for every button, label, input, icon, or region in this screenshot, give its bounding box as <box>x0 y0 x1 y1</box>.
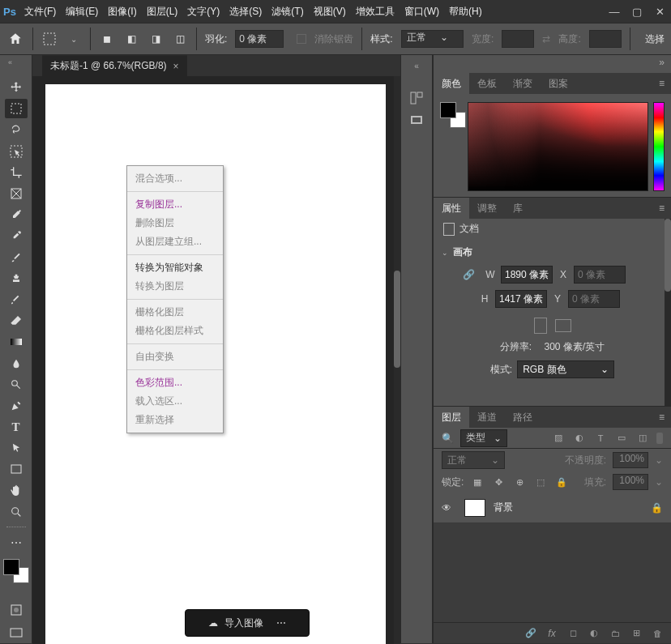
ctx-free-transform[interactable]: 自由变换 <box>127 348 223 366</box>
menu-select[interactable]: 选择(S) <box>224 2 267 20</box>
filter-shape-icon[interactable]: ▭ <box>614 431 629 446</box>
ctx-delete-layer[interactable]: 删除图层 <box>127 214 223 232</box>
ctx-rasterize-layer[interactable]: 栅格化图层 <box>127 303 223 322</box>
lock-fill-icon[interactable]: ⬚ <box>533 475 548 489</box>
panel-menu-icon[interactable]: ≡ <box>652 412 671 423</box>
props-scrollbar[interactable] <box>665 219 671 406</box>
landscape-icon[interactable] <box>555 319 571 332</box>
mode-select[interactable]: RGB 颜色⌄ <box>517 360 614 378</box>
panel-menu-icon[interactable]: ≡ <box>652 203 671 214</box>
layer-name[interactable]: 背景 <box>494 501 643 514</box>
ctx-load-selection[interactable]: 载入选区... <box>127 392 223 411</box>
type-tool-icon[interactable]: T <box>5 417 28 437</box>
menu-plugins[interactable]: 增效工具 <box>351 2 400 20</box>
add-selection-icon[interactable]: ◧ <box>123 31 139 47</box>
layer-lock-icon[interactable]: 🔒 <box>651 502 663 514</box>
screen-mode-icon[interactable] <box>5 622 28 643</box>
color-swatches[interactable] <box>3 559 29 583</box>
import-image-bar[interactable]: ☁ 导入图像 ⋯ <box>185 609 310 637</box>
portrait-icon[interactable] <box>534 318 547 334</box>
vertical-scrollbar[interactable] <box>394 76 400 644</box>
tool-preset-chevron[interactable]: ⌄ <box>66 31 82 47</box>
eyedropper-tool-icon[interactable] <box>5 205 28 224</box>
marquee-tool-icon[interactable] <box>5 99 28 118</box>
document-tab[interactable]: 未标题-1 @ 66.7%(RGB/8) × <box>42 55 187 76</box>
tab-swatches[interactable]: 色板 <box>469 73 505 94</box>
subtract-selection-icon[interactable]: ◨ <box>147 31 164 47</box>
zoom-tool-icon[interactable] <box>5 502 28 522</box>
menu-edit[interactable]: 编辑(E) <box>61 2 103 20</box>
delete-layer-icon[interactable]: 🗑 <box>650 626 665 641</box>
visibility-icon[interactable]: 👁 <box>442 502 456 514</box>
ctx-group-from-layers[interactable]: 从图层建立组... <box>127 232 223 251</box>
lock-all-icon[interactable]: 🔒 <box>554 475 569 489</box>
ctx-reselect[interactable]: 重新选择 <box>127 411 223 429</box>
menu-file[interactable]: 文件(F) <box>19 2 61 20</box>
disclose-icon[interactable]: ⌄ <box>442 249 448 257</box>
brush-tool-icon[interactable] <box>5 248 28 267</box>
width-value[interactable] <box>501 266 553 284</box>
filter-search-icon[interactable]: 🔍 <box>442 433 454 444</box>
path-select-icon[interactable] <box>5 438 28 458</box>
move-tool-icon[interactable] <box>5 78 28 97</box>
hue-slider[interactable] <box>653 102 665 191</box>
x-value[interactable] <box>574 266 626 284</box>
tab-paths[interactable]: 路径 <box>505 407 541 428</box>
healing-brush-icon[interactable] <box>5 226 28 245</box>
home-icon[interactable] <box>6 30 24 48</box>
blur-tool-icon[interactable] <box>5 353 28 373</box>
layer-row[interactable]: 👁 背景 🔒 <box>434 493 671 523</box>
ctx-convert-smart[interactable]: 转换为智能对象 <box>127 258 223 277</box>
marquee-icon[interactable] <box>41 31 58 47</box>
menu-help[interactable]: 帮助(H) <box>444 2 487 20</box>
filter-smart-icon[interactable]: ◫ <box>635 431 650 446</box>
history-brush-icon[interactable] <box>5 290 28 309</box>
filter-adjust-icon[interactable]: ◐ <box>572 431 587 446</box>
lock-position-icon[interactable]: ✥ <box>491 475 506 489</box>
ctx-duplicate-layer[interactable]: 复制图层... <box>127 195 223 214</box>
lasso-tool-icon[interactable] <box>5 120 28 139</box>
menu-type[interactable]: 文字(Y) <box>182 2 224 20</box>
panel-menu-icon[interactable]: ≡ <box>652 78 671 89</box>
layer-fx-icon[interactable]: fx <box>545 626 559 641</box>
menu-window[interactable]: 窗口(W) <box>400 2 444 20</box>
new-adjustment-icon[interactable]: ◐ <box>587 626 601 641</box>
menu-filter[interactable]: 滤镜(T) <box>267 2 308 20</box>
edit-toolbar-icon[interactable]: ⋯ <box>5 533 28 552</box>
object-select-tool-icon[interactable] <box>5 142 28 161</box>
y-value[interactable] <box>568 290 620 308</box>
tab-channels[interactable]: 通道 <box>469 407 505 428</box>
panel-foreground-color[interactable] <box>440 102 456 118</box>
quick-mask-icon[interactable] <box>5 599 28 621</box>
link-wh-icon[interactable]: 🔗 <box>463 269 475 280</box>
select-and-mask-button[interactable]: 选择 <box>645 32 665 46</box>
strip-collapse-icon[interactable]: « <box>414 62 419 70</box>
foreground-color[interactable] <box>3 559 19 575</box>
add-mask-icon[interactable]: ◻ <box>566 626 580 641</box>
new-layer-icon[interactable]: ⊞ <box>629 626 643 641</box>
tab-libraries[interactable]: 库 <box>505 198 531 219</box>
intersect-selection-icon[interactable]: ◫ <box>172 31 188 47</box>
tab-gradients[interactable]: 渐变 <box>505 73 541 94</box>
clone-stamp-icon[interactable] <box>5 269 28 288</box>
hand-tool-icon[interactable] <box>5 481 28 501</box>
tab-color[interactable]: 颜色 <box>434 73 469 94</box>
ctx-color-range[interactable]: 色彩范围... <box>127 373 223 392</box>
close-icon[interactable]: ✕ <box>648 2 671 20</box>
right-collapse-icon[interactable]: » <box>659 57 665 71</box>
layer-thumbnail[interactable] <box>464 499 485 517</box>
panel-icon-1[interactable] <box>408 90 425 106</box>
ctx-rasterize-style[interactable]: 栅格化图层样式 <box>127 322 223 340</box>
tab-patterns[interactable]: 图案 <box>541 73 576 94</box>
new-group-icon[interactable]: 🗀 <box>608 626 622 641</box>
tab-layers[interactable]: 图层 <box>434 407 469 428</box>
menu-layer[interactable]: 图层(L) <box>142 2 183 20</box>
filter-pixel-icon[interactable]: ▨ <box>551 431 566 446</box>
link-layers-icon[interactable]: 🔗 <box>524 626 538 641</box>
lock-artboard-icon[interactable]: ⊕ <box>512 475 527 489</box>
style-select[interactable]: 正常 ⌄ <box>401 30 464 48</box>
height-value[interactable] <box>495 290 547 308</box>
filter-toggle-icon[interactable] <box>656 433 663 444</box>
filter-type-icon[interactable]: T <box>593 431 608 446</box>
more-icon[interactable]: ⋯ <box>276 617 287 629</box>
